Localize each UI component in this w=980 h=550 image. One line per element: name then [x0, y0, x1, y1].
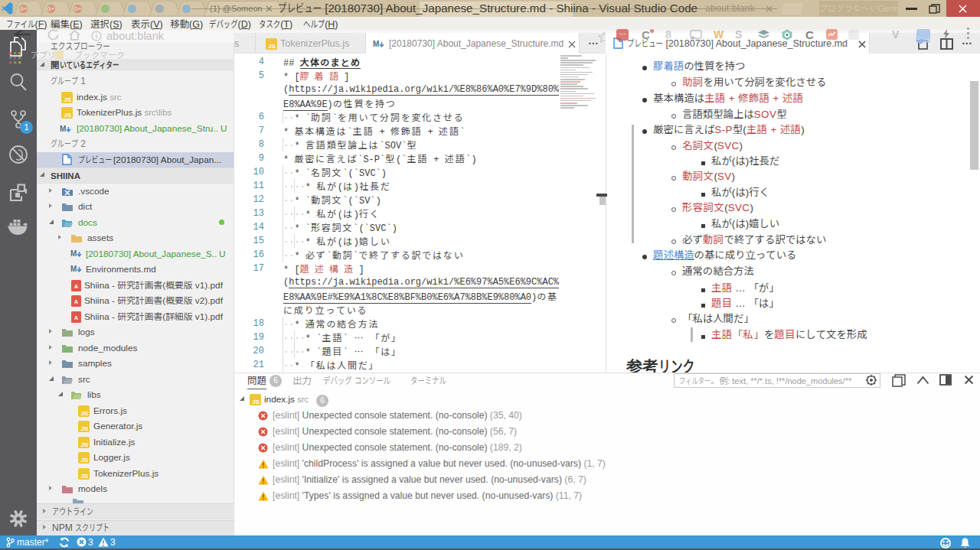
- svg-text:JS: JS: [80, 473, 88, 480]
- svg-text:M: M: [70, 265, 77, 273]
- svg-text:JS: JS: [80, 441, 88, 448]
- svg-text:M: M: [60, 125, 66, 133]
- svg-text:A: A: [74, 284, 78, 289]
- svg-text:JS: JS: [64, 96, 71, 103]
- svg-text:JS: JS: [268, 43, 276, 50]
- svg-text:M: M: [70, 249, 77, 258]
- svg-text:A: A: [74, 315, 78, 321]
- svg-text:JS: JS: [80, 425, 88, 432]
- svg-text:JS: JS: [80, 457, 88, 464]
- svg-text:M: M: [373, 40, 379, 48]
- svg-text:JS: JS: [80, 410, 88, 417]
- svg-text:A: A: [74, 299, 78, 304]
- svg-text:JS: JS: [252, 399, 260, 405]
- svg-text:JS: JS: [64, 112, 71, 119]
